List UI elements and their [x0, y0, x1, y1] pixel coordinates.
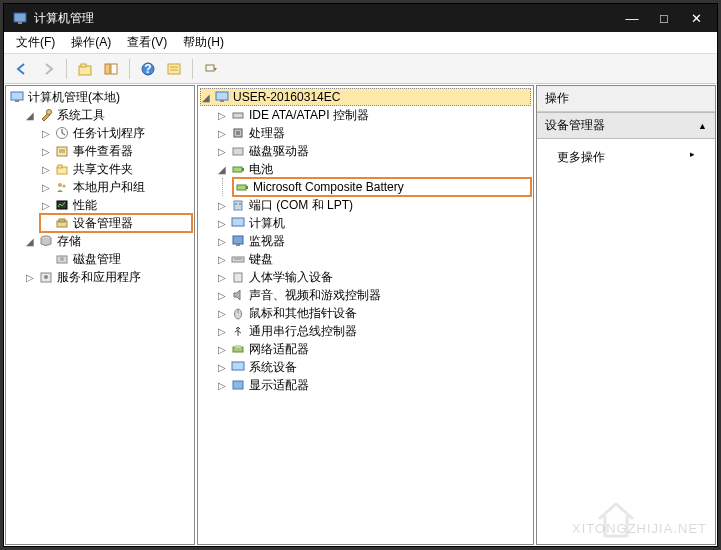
svg-rect-11 — [206, 65, 214, 71]
tree-system-tools[interactable]: ◢ 系统工具 — [24, 106, 192, 124]
toolbar: ? — [4, 54, 717, 84]
menu-help[interactable]: 帮助(H) — [175, 32, 232, 53]
device-ports[interactable]: ▷端口 (COM 和 LPT) — [216, 196, 531, 214]
tree-event-viewer[interactable]: ▷事件查看器 — [40, 142, 192, 160]
expand-icon[interactable]: ▷ — [216, 379, 228, 391]
menu-action[interactable]: 操作(A) — [63, 32, 119, 53]
display-adapter-icon — [230, 377, 246, 393]
device-audio[interactable]: ▷声音、视频和游戏控制器 — [216, 286, 531, 304]
disk-icon — [54, 251, 70, 267]
tree-disk-management[interactable]: ▷磁盘管理 — [40, 250, 192, 268]
device-microsoft-composite-battery[interactable]: Microsoft Composite Battery — [233, 178, 531, 196]
device-network[interactable]: ▷网络适配器 — [216, 340, 531, 358]
toolbar-separator — [66, 59, 67, 79]
tree-local-users[interactable]: ▷本地用户和组 — [40, 178, 192, 196]
expand-icon[interactable]: ▷ — [40, 127, 52, 139]
svg-rect-13 — [15, 100, 19, 102]
svg-rect-0 — [14, 13, 26, 22]
device-manager-icon — [54, 215, 70, 231]
device-mouse[interactable]: ▷鼠标和其他指针设备 — [216, 304, 531, 322]
expand-icon[interactable]: ▷ — [216, 307, 228, 319]
window-controls: — □ ✕ — [625, 11, 709, 26]
computer-management-window: 计算机管理 — □ ✕ 文件(F) 操作(A) 查看(V) 帮助(H) ? — [3, 3, 718, 547]
device-root[interactable]: ◢ USER-20160314EC — [200, 88, 531, 106]
device-monitor[interactable]: ▷监视器 — [216, 232, 531, 250]
more-actions[interactable]: 更多操作 — [545, 145, 707, 170]
expand-icon[interactable]: ▷ — [216, 145, 228, 157]
close-button[interactable]: ✕ — [689, 11, 703, 26]
device-computer[interactable]: ▷计算机 — [216, 214, 531, 232]
device-disk-drives[interactable]: ▷磁盘驱动器 — [216, 142, 531, 160]
help-button[interactable]: ? — [136, 57, 160, 81]
actions-header: 操作 — [537, 86, 715, 112]
menu-view[interactable]: 查看(V) — [119, 32, 175, 53]
event-icon — [54, 143, 70, 159]
tree-root[interactable]: 计算机管理(本地) — [8, 88, 192, 106]
tree-services-apps[interactable]: ▷服务和应用程序 — [24, 268, 192, 286]
toolbar-separator — [192, 59, 193, 79]
show-hide-button[interactable] — [99, 57, 123, 81]
expand-icon[interactable]: ▷ — [40, 199, 52, 211]
back-button[interactable] — [10, 57, 34, 81]
expand-icon[interactable]: ▷ — [216, 343, 228, 355]
svg-rect-46 — [236, 244, 240, 246]
svg-rect-32 — [220, 100, 224, 102]
expand-icon[interactable]: ▷ — [216, 127, 228, 139]
svg-rect-44 — [232, 218, 244, 226]
minimize-button[interactable]: — — [625, 11, 639, 26]
svg-rect-31 — [216, 92, 228, 100]
expand-icon[interactable]: ▷ — [216, 199, 228, 211]
actions-panel: 操作 设备管理器 ▲ 更多操作 — [536, 85, 716, 545]
tree-device-manager[interactable]: ▷设备管理器 — [40, 214, 192, 232]
expand-icon[interactable]: ▷ — [24, 271, 36, 283]
expand-icon[interactable]: ▷ — [216, 289, 228, 301]
chevron-up-icon: ▲ — [698, 121, 707, 131]
expand-icon[interactable]: ▷ — [40, 181, 52, 193]
svg-rect-25 — [59, 219, 65, 222]
device-battery[interactable]: ◢电池 — [216, 160, 531, 178]
device-display[interactable]: ▷显示适配器 — [216, 376, 531, 394]
collapse-icon[interactable]: ◢ — [200, 91, 212, 103]
device-ide[interactable]: ▷IDE ATA/ATAPI 控制器 — [216, 106, 531, 124]
speaker-icon — [230, 287, 246, 303]
svg-rect-54 — [232, 362, 244, 370]
up-button[interactable] — [73, 57, 97, 81]
expand-icon[interactable]: ▷ — [216, 361, 228, 373]
battery-icon — [234, 179, 250, 195]
collapse-icon[interactable]: ◢ — [24, 235, 36, 247]
properties-button[interactable] — [162, 57, 186, 81]
toolbar-separator — [129, 59, 130, 79]
actions-section[interactable]: 设备管理器 ▲ — [537, 112, 715, 139]
svg-rect-39 — [237, 185, 246, 190]
expand-icon[interactable]: ▷ — [216, 253, 228, 265]
device-system[interactable]: ▷系统设备 — [216, 358, 531, 376]
maximize-button[interactable]: □ — [657, 11, 671, 26]
expand-icon[interactable]: ▷ — [216, 109, 228, 121]
tree-storage[interactable]: ◢ 存储 — [24, 232, 192, 250]
hid-icon — [230, 269, 246, 285]
device-usb[interactable]: ▷通用串行总线控制器 — [216, 322, 531, 340]
svg-rect-1 — [18, 22, 22, 24]
svg-rect-20 — [58, 165, 62, 168]
refresh-button[interactable] — [199, 57, 223, 81]
device-cpu[interactable]: ▷处理器 — [216, 124, 531, 142]
menu-file[interactable]: 文件(F) — [8, 32, 63, 53]
storage-icon — [38, 233, 54, 249]
expand-icon[interactable]: ▷ — [216, 325, 228, 337]
device-keyboard[interactable]: ▷键盘 — [216, 250, 531, 268]
tree-task-scheduler[interactable]: ▷任务计划程序 — [40, 124, 192, 142]
collapse-icon[interactable]: ◢ — [216, 163, 228, 175]
device-hid[interactable]: ▷人体学输入设备 — [216, 268, 531, 286]
collapse-icon[interactable]: ◢ — [24, 109, 36, 121]
expand-icon[interactable]: ▷ — [216, 271, 228, 283]
expand-icon[interactable]: ▷ — [40, 163, 52, 175]
expand-icon[interactable]: ▷ — [40, 145, 52, 157]
tree-shared-folders[interactable]: ▷共享文件夹 — [40, 160, 192, 178]
keyboard-icon — [230, 251, 246, 267]
svg-rect-37 — [233, 167, 242, 172]
expand-icon[interactable]: ▷ — [216, 217, 228, 229]
tree-performance[interactable]: ▷性能 — [40, 196, 192, 214]
expand-icon[interactable]: ▷ — [216, 235, 228, 247]
svg-rect-53 — [235, 345, 241, 348]
forward-button[interactable] — [36, 57, 60, 81]
